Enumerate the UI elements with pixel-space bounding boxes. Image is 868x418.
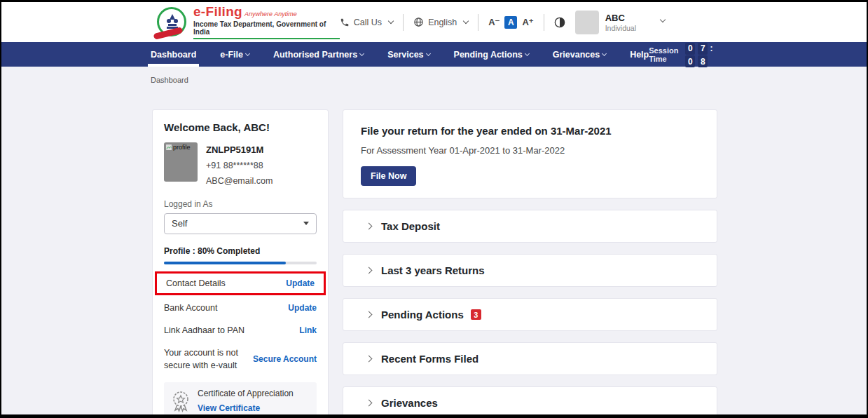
accordion-list: Tax DepositLast 3 years ReturnsPending A…	[343, 210, 717, 418]
accordion-label: Last 3 years Returns	[381, 264, 485, 276]
file-now-button[interactable]: File Now	[361, 166, 416, 186]
broken-image-icon	[165, 144, 172, 151]
nav-item-dashboard[interactable]: Dashboard	[151, 42, 196, 67]
caret-down-icon	[303, 222, 309, 225]
nav-item-pending-actions[interactable]: Pending Actions	[454, 42, 529, 67]
contrast-toggle[interactable]	[554, 17, 565, 28]
main-nav: Dashboarde-FileAuthorised PartnersServic…	[1, 42, 867, 67]
nav-item-e-file[interactable]: e-File	[220, 42, 249, 67]
chevron-right-icon	[366, 356, 373, 363]
chevron-down-icon	[525, 50, 530, 55]
user-menu[interactable]: ABC Individual	[575, 11, 665, 34]
nav-item-label: e-File	[220, 50, 243, 60]
accordion-last-3-years-returns[interactable]: Last 3 years Returns	[343, 254, 717, 287]
brand-name: e-Filing	[193, 4, 242, 19]
font-size-controls: A⁻ A A⁺	[488, 16, 534, 29]
session-colon: :	[710, 43, 712, 53]
pending-count-badge: 3	[471, 309, 481, 320]
chevron-right-icon	[366, 223, 373, 230]
font-normal-button[interactable]: A	[504, 16, 517, 29]
profile-progress-fill	[164, 262, 286, 264]
nav-item-services[interactable]: Services	[387, 42, 429, 67]
update-link[interactable]: Update	[288, 303, 317, 313]
chevron-right-icon	[366, 311, 373, 318]
view-certificate-link[interactable]: View Certificate	[198, 403, 260, 413]
email-address: ABC@email.com	[206, 174, 273, 189]
chevron-down-icon	[245, 50, 250, 55]
app-window: e-FilingAnywhere Anytime Income Tax Depa…	[0, 0, 868, 418]
nav-items: Dashboarde-FileAuthorised PartnersServic…	[151, 42, 649, 67]
filing-subtitle: For Assessment Year 01-Apr-2021 to 31-Ma…	[361, 145, 699, 156]
nav-item-label: Dashboard	[151, 50, 196, 60]
session-digit: 7	[698, 43, 708, 55]
header-controls: Call Us English A⁻ A A⁺ ABC	[340, 11, 665, 34]
logged-in-as-select[interactable]: Self	[164, 213, 317, 234]
phone-icon	[340, 18, 350, 27]
profile-card: Welcome Back, ABC! profile ZNLPP5191M +9…	[152, 109, 329, 418]
profile-image: profile	[164, 142, 198, 182]
logged-in-as-label: Logged in As	[164, 199, 317, 209]
profile-row-label: Link Aadhaar to PAN	[164, 324, 244, 337]
profile-action-rows: Contact DetailsUpdateBank AccountUpdateL…	[164, 271, 317, 377]
profile-row-label: Contact Details	[166, 277, 226, 290]
breadcrumb: Dashboard	[1, 67, 867, 84]
certificate-box: Certificate of Appreciation View Certifi…	[164, 382, 317, 418]
language-menu[interactable]: English	[413, 17, 468, 27]
welcome-heading: Welcome Back, ABC!	[164, 121, 317, 133]
user-role: Individual	[605, 24, 636, 32]
update-link[interactable]: Update	[286, 278, 315, 288]
certificate-icon	[171, 390, 191, 412]
divider	[544, 14, 544, 31]
chevron-right-icon	[366, 400, 373, 407]
font-decrease-button[interactable]: A⁻	[488, 17, 500, 27]
session-digit: 0	[685, 55, 695, 67]
user-name: ABC	[605, 13, 636, 23]
govt-emblem-icon	[157, 7, 186, 36]
chevron-down-icon	[359, 50, 364, 55]
efiling-logo[interactable]: e-FilingAnywhere Anytime Income Tax Depa…	[157, 5, 340, 40]
accordion-pending-actions[interactable]: Pending Actions3	[343, 298, 717, 331]
secure-account-link[interactable]: Secure Account	[253, 354, 317, 364]
session-digit: 8	[698, 55, 708, 67]
profile-row-label: Bank Account	[164, 302, 217, 314]
certificate-title: Certificate of Appreciation	[198, 389, 294, 398]
call-us-label: Call Us	[354, 18, 382, 27]
call-us-menu[interactable]: Call Us	[340, 18, 393, 27]
nav-item-authorised-partners[interactable]: Authorised Partners	[273, 42, 364, 67]
chevron-down-icon	[602, 50, 607, 55]
nav-item-help[interactable]: Help	[630, 42, 649, 67]
profile-row-bank-account: Bank AccountUpdate	[164, 297, 317, 319]
profile-progress-label: Profile : 80% Completed	[164, 246, 317, 256]
brand-tagline: Anywhere Anytime	[244, 11, 297, 18]
chevron-down-icon	[463, 18, 469, 24]
filing-title: File your return for the year ended on 3…	[361, 125, 699, 137]
nav-item-label: Services	[387, 50, 423, 60]
profile-progress-bar	[164, 262, 317, 264]
session-time-value: 07:08	[684, 41, 715, 67]
chevron-down-icon	[426, 50, 431, 55]
dashboard-content: Welcome Back, ABC! profile ZNLPP5191M +9…	[152, 109, 867, 418]
logged-in-as-value: Self	[172, 218, 187, 229]
accordion-tax-deposit[interactable]: Tax Deposit	[343, 210, 717, 243]
link-link[interactable]: Link	[299, 325, 317, 335]
accordion-label: Recent Forms Filed	[381, 353, 478, 365]
session-time-label: Session Time	[649, 46, 678, 63]
divider	[403, 14, 404, 31]
divider	[478, 14, 478, 31]
accordion-grievances[interactable]: Grievances	[343, 386, 717, 418]
globe-icon	[413, 17, 424, 27]
nav-item-grievances[interactable]: Grievances	[553, 42, 606, 67]
accordion-label: Grievances	[381, 397, 438, 409]
font-increase-button[interactable]: A⁺	[522, 17, 533, 27]
session-timer: Session Time 07:08	[649, 42, 715, 67]
profile-row-link-aadhaar-to-pan: Link Aadhaar to PANLink	[164, 319, 317, 342]
chevron-down-icon	[388, 18, 394, 24]
chevron-down-icon	[660, 16, 666, 22]
accordion-recent-forms-filed[interactable]: Recent Forms Filed	[343, 342, 717, 375]
header: e-FilingAnywhere Anytime Income Tax Depa…	[1, 2, 867, 42]
profile-row-contact-details: Contact DetailsUpdate	[155, 271, 326, 295]
logo-underline	[193, 38, 340, 39]
filing-card: File your return for the year ended on 3…	[343, 109, 717, 198]
avatar	[575, 11, 599, 34]
profile-image-alt: profile	[173, 144, 191, 151]
